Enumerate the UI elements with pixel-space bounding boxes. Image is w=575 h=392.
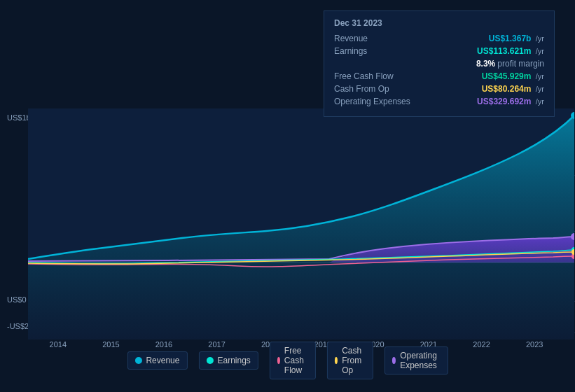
legend-item-revenue[interactable]: Revenue [127,351,187,370]
tooltip-suffix-earnings: /yr [536,47,544,55]
legend-dot-revenue [134,357,141,364]
tooltip-suffix-fcf: /yr [536,72,544,80]
legend-item-fcf[interactable]: Free Cash Flow [270,342,316,379]
x-label-2015: 2015 [102,340,119,349]
legend-dot-cashop [335,357,338,364]
legend-item-earnings[interactable]: Earnings [198,351,258,370]
legend-label-fcf: Free Cash Flow [284,346,308,375]
tooltip-label-cashop: Cash From Op [334,84,418,94]
x-label-2014: 2014 [50,340,67,349]
legend-item-cashop[interactable]: Cash From Op [327,342,373,379]
tooltip-value-fcf: US$45.929m [482,71,532,81]
legend-dot-earnings [206,357,213,364]
legend-label-opex: Operating Expenses [400,351,440,370]
profit-margin-label: profit margin [497,59,544,69]
tooltip-row-opex: Operating Expenses US$329.692m /yr [334,97,544,106]
tooltip-suffix-opex: /yr [536,97,544,106]
tooltip-row-cashop: Cash From Op US$80.264m /yr [334,84,544,94]
legend-dot-opex [392,357,396,364]
legend: Revenue Earnings Free Cash Flow Cash Fro… [127,342,448,379]
legend-label-cashop: Cash From Op [342,346,366,375]
tooltip-label-revenue: Revenue [334,34,418,43]
chart-svg [28,108,574,340]
profit-margin-value: 8.3% [476,59,495,69]
x-label-2023: 2023 [526,340,543,349]
y-label-top: US$1b [7,113,31,122]
x-label-2022: 2022 [473,340,490,349]
tooltip-value-cashop: US$80.264m [482,84,532,94]
legend-item-opex[interactable]: Operating Expenses [385,346,448,374]
tooltip-value-earnings: US$113.621m [477,46,531,56]
tooltip-label-earnings: Earnings [334,46,418,56]
chart-container: US$1b US$0 -US$200m [0,0,575,392]
legend-label-revenue: Revenue [146,356,179,365]
legend-label-earnings: Earnings [217,356,250,365]
tooltip-row-revenue: Revenue US$1.367b /yr [334,34,544,43]
tooltip-value-opex: US$329.692m [477,97,531,106]
tooltip-title: Dec 31 2023 [334,18,544,28]
tooltip-value-revenue: US$1.367b [489,34,532,43]
legend-dot-fcf [277,357,280,364]
tooltip-row-earnings: Earnings US$113.621m /yr [334,46,544,56]
tooltip-row-fcf: Free Cash Flow US$45.929m /yr [334,71,544,81]
y-label-zero: US$0 [7,295,27,304]
tooltip-card: Dec 31 2023 Revenue US$1.367b /yr Earnin… [324,10,555,117]
tooltip-suffix-cashop: /yr [536,85,544,93]
tooltip-row-profit-margin: 8.3% profit margin [334,59,544,69]
tooltip-suffix-revenue: /yr [536,34,544,43]
tooltip-label-opex: Operating Expenses [334,97,418,106]
tooltip-label-fcf: Free Cash Flow [334,71,418,81]
